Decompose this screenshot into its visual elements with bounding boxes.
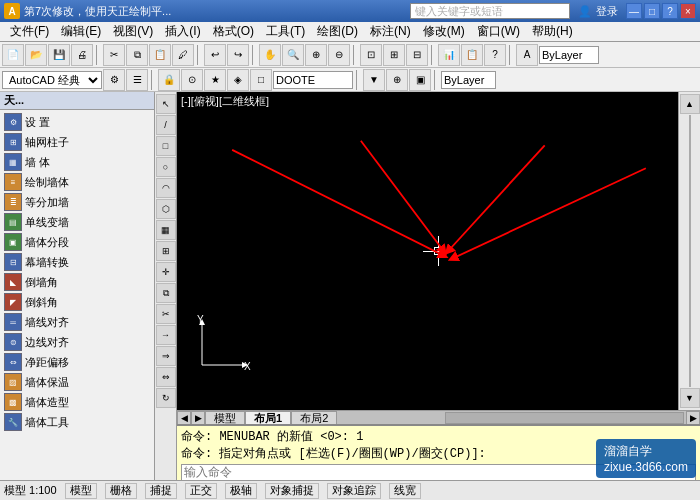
panel-item-tools[interactable]: 🔧 墙体工具: [2, 412, 152, 432]
canvas-area[interactable]: [-][俯视][二维线框] X Y: [177, 92, 678, 410]
tb-ws2[interactable]: ☰: [126, 69, 148, 91]
tb-prop2[interactable]: 📋: [461, 44, 483, 66]
hscroll-track[interactable]: [445, 412, 685, 424]
menu-format[interactable]: 格式(O): [207, 21, 260, 42]
menu-dimension[interactable]: 标注(N): [364, 21, 417, 42]
minimize-button[interactable]: —: [626, 3, 642, 19]
panel-item-insulation[interactable]: ▨ 墙体保温: [2, 372, 152, 392]
status-snap[interactable]: 捕捉: [145, 483, 177, 499]
tb-copy[interactable]: ⧉: [126, 44, 148, 66]
tb-layer1[interactable]: ▼: [363, 69, 385, 91]
status-ortho[interactable]: 正交: [185, 483, 217, 499]
tb-ws7[interactable]: □: [250, 69, 272, 91]
tb-prop1[interactable]: 📊: [438, 44, 460, 66]
tb-ws6[interactable]: ◈: [227, 69, 249, 91]
panel-item-shape[interactable]: ▩ 墙体造型: [2, 392, 152, 412]
hscroll-left[interactable]: ◀: [177, 411, 191, 425]
strip-arc[interactable]: ◠: [156, 178, 176, 198]
menu-tools[interactable]: 工具(T): [260, 21, 311, 42]
vscroll-down[interactable]: ▼: [680, 388, 700, 408]
strip-select[interactable]: ↖: [156, 94, 176, 114]
tb-open[interactable]: 📂: [25, 44, 47, 66]
hscroll-right[interactable]: ▶: [191, 411, 205, 425]
tb-vport1[interactable]: ⊡: [360, 44, 382, 66]
status-polar[interactable]: 极轴: [225, 483, 257, 499]
panel-item-corner[interactable]: ◣ 倒墙角: [2, 272, 152, 292]
tb-layer3[interactable]: ▣: [409, 69, 431, 91]
tb-vport2[interactable]: ⊞: [383, 44, 405, 66]
tb-redo[interactable]: ↪: [227, 44, 249, 66]
tb-print[interactable]: 🖨: [71, 44, 93, 66]
strip-line[interactable]: /: [156, 115, 176, 135]
vscroll-track[interactable]: [689, 115, 691, 387]
status-osnap[interactable]: 对象捕捉: [265, 483, 319, 499]
menu-window[interactable]: 窗口(W): [471, 21, 526, 42]
strip-mirror[interactable]: ⇔: [156, 367, 176, 387]
layer-field[interactable]: DOOTE: [273, 71, 353, 89]
style-combo[interactable]: ByLayer: [539, 46, 599, 64]
panel-item-bevel[interactable]: ◤ 倒斜角: [2, 292, 152, 312]
tb-paste[interactable]: 📋: [149, 44, 171, 66]
menu-file[interactable]: 文件(F): [4, 21, 55, 42]
menu-view[interactable]: 视图(V): [107, 21, 159, 42]
panel-item-draw-wall[interactable]: ≡ 绘制墙体: [2, 172, 152, 192]
vscroll-up[interactable]: ▲: [680, 94, 700, 114]
status-otrack[interactable]: 对象追踪: [327, 483, 381, 499]
maximize-button[interactable]: □: [644, 3, 660, 19]
panel-item-settings[interactable]: ⚙ 设 置: [2, 112, 152, 132]
strip-poly[interactable]: ⬡: [156, 199, 176, 219]
close-button[interactable]: ×: [680, 3, 696, 19]
menu-help[interactable]: 帮助(H): [526, 21, 579, 42]
workspace-combo[interactable]: AutoCAD 经典: [2, 71, 102, 89]
tb-ws4[interactable]: ⊙: [181, 69, 203, 91]
tb-help[interactable]: ?: [484, 44, 506, 66]
strip-copy2[interactable]: ⧉: [156, 283, 176, 303]
tb-undo[interactable]: ↩: [204, 44, 226, 66]
strip-hatch[interactable]: ▦: [156, 220, 176, 240]
tb-matchprop[interactable]: 🖊: [172, 44, 194, 66]
menu-edit[interactable]: 编辑(E): [55, 21, 107, 42]
tab-model[interactable]: 模型: [205, 411, 245, 425]
tab-layout1[interactable]: 布局1: [245, 411, 291, 425]
tb-save[interactable]: 💾: [48, 44, 70, 66]
status-grid[interactable]: 栅格: [105, 483, 137, 499]
tb-zoom[interactable]: 🔍: [282, 44, 304, 66]
panel-item-wall[interactable]: ▦ 墙 体: [2, 152, 152, 172]
tab-layout2[interactable]: 布局2: [291, 411, 337, 425]
tb-new[interactable]: 📄: [2, 44, 24, 66]
help-button[interactable]: ?: [662, 3, 678, 19]
panel-item-axis[interactable]: ⊞ 轴网柱子: [2, 132, 152, 152]
strip-offset2[interactable]: ⇒: [156, 346, 176, 366]
panel-item-equal-wall[interactable]: ≣ 等分加墙: [2, 192, 152, 212]
tb-zoomout[interactable]: ⊖: [328, 44, 350, 66]
panel-item-wall-seg[interactable]: ▣ 墙体分段: [2, 232, 152, 252]
strip-block[interactable]: ⊞: [156, 241, 176, 261]
strip-circle[interactable]: ○: [156, 157, 176, 177]
tb-layer2[interactable]: ⊕: [386, 69, 408, 91]
status-lineweight[interactable]: 线宽: [389, 483, 421, 499]
menu-draw[interactable]: 绘图(D): [311, 21, 364, 42]
tb-ws1[interactable]: ⚙: [103, 69, 125, 91]
panel-item-single-wall[interactable]: ▤ 单线变墙: [2, 212, 152, 232]
menu-insert[interactable]: 插入(I): [159, 21, 206, 42]
panel-item-curtain[interactable]: ⊟ 幕墙转换: [2, 252, 152, 272]
menu-modify[interactable]: 修改(M): [417, 21, 471, 42]
search-box[interactable]: 键入关键字或短语: [410, 3, 570, 19]
tb-text[interactable]: A: [516, 44, 538, 66]
panel-item-offset[interactable]: ⇔ 净距偏移: [2, 352, 152, 372]
tb-ws3[interactable]: 🔒: [158, 69, 180, 91]
tb-ws5[interactable]: ★: [204, 69, 226, 91]
strip-rotate[interactable]: ↻: [156, 388, 176, 408]
strip-extend[interactable]: →: [156, 325, 176, 345]
strip-rect[interactable]: □: [156, 136, 176, 156]
strip-move[interactable]: ✛: [156, 262, 176, 282]
status-model[interactable]: 模型: [65, 483, 97, 499]
tb-pan[interactable]: ✋: [259, 44, 281, 66]
tb-cut[interactable]: ✂: [103, 44, 125, 66]
hscroll-right2[interactable]: ▶: [686, 411, 700, 425]
tb-vport3[interactable]: ⊟: [406, 44, 428, 66]
strip-trim[interactable]: ✂: [156, 304, 176, 324]
layer-name-field[interactable]: ByLayer: [441, 71, 496, 89]
panel-item-align[interactable]: ═ 墙线对齐: [2, 312, 152, 332]
panel-item-edge-align[interactable]: ⊜ 边线对齐: [2, 332, 152, 352]
